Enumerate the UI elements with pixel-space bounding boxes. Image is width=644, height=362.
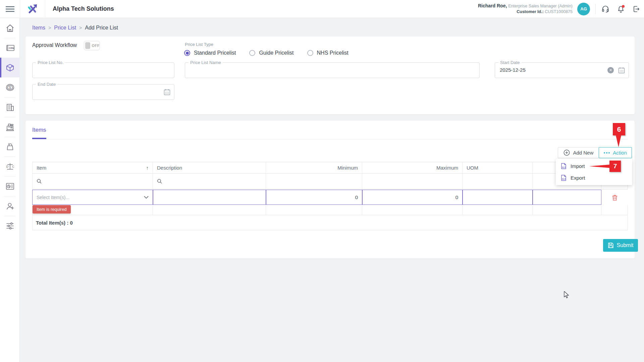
svg-text:D: D [6,165,8,168]
item-required-error: Item is required [33,205,71,214]
tab-items[interactable]: Items [32,127,46,139]
callout-arrow-6 [616,135,621,147]
toggle-state-label: OFF [92,44,100,48]
user-info: Richard Roe, Enterprise Sales Manager (A… [478,3,573,15]
start-date-field[interactable]: Start Date 2025-12-25 ✕ [495,62,629,78]
app-title: Alpha Tech Solutions [53,5,114,12]
item-select-dropdown[interactable]: Select Item(s)... [32,190,153,205]
breadcrumb: Items > Price List > Add Price List [32,25,644,31]
breadcrumb-separator: > [79,25,82,31]
breadcrumb-separator: > [48,25,51,31]
search-icon [37,179,42,184]
sidebar-item-add-user[interactable] [0,196,20,216]
description-filter-input[interactable] [153,174,266,189]
toggle-knob [85,42,90,49]
sidebar-nav: CRM $ DC [0,18,20,362]
sidebar-item-preferences[interactable] [0,216,20,236]
top-header: Alpha Tech Solutions Richard Roe, Enterp… [0,0,644,18]
minimum-cell-input[interactable]: 0 [266,190,362,205]
validation-row: Item is required [32,205,628,215]
header-divider [595,4,596,14]
svg-text:XLS: XLS [562,166,566,168]
radio-guide-pricelist[interactable]: Guide Pricelist [249,50,293,56]
radio-nhs-pricelist[interactable]: NHS Pricelist [307,50,348,56]
column-header-description: Description [153,162,266,173]
plus-circle-icon [564,149,570,156]
items-section-card: Items Add New Action Item ↑ Description … [25,121,635,258]
column-header-maximum: Maximum [362,162,463,173]
breadcrumb-items[interactable]: Items [32,25,45,31]
sidebar-item-compare[interactable]: DC [0,157,20,176]
sidebar-item-purchases[interactable] [0,137,20,157]
notifications-bell-icon[interactable] [613,0,629,18]
trash-icon [612,194,618,201]
approval-workflow-label: Approval Workflow [32,42,77,48]
save-icon [608,242,614,248]
user-name: Richard Roe, [478,3,507,8]
main-content: Items > Price List > Add Price List Appr… [20,18,644,362]
extra-cell-input[interactable] [533,190,601,205]
column-header-minimum: Minimum [266,162,362,173]
breadcrumb-current: Add Price List [85,25,118,31]
app-logo[interactable] [20,0,45,18]
xls-file-icon: XLS [561,175,567,181]
support-headset-icon[interactable] [598,0,613,18]
submit-button[interactable]: Submit [603,239,638,252]
calendar-icon[interactable] [618,67,625,74]
sidebar-item-company[interactable] [0,97,20,117]
price-list-no-field[interactable]: Price List No. [32,62,174,78]
customer-id-value: CUST1000875 [545,9,573,14]
items-table: Item ↑ Description Minimum Maximum UOM [32,162,628,230]
customer-id-label: Customer Id.: [517,9,544,14]
xls-file-icon: XLS [561,163,567,169]
approval-workflow-toggle[interactable]: OFF [84,41,100,50]
action-button[interactable]: Action [599,147,632,158]
price-list-type-radio-group: Standard Pricelist Guide Pricelist NHS P… [184,50,348,56]
callout-arrow-7 [589,165,610,168]
table-row: Select Item(s)... 0 0 [32,189,628,205]
svg-text:$: $ [9,85,11,89]
logout-icon[interactable] [629,0,644,18]
price-list-name-field[interactable]: Price List Name [185,62,480,78]
column-header-uom: UOM [463,162,533,173]
end-date-field[interactable]: End Date [32,84,174,100]
ellipsis-icon [604,152,610,154]
sort-ascending-icon[interactable]: ↑ [146,165,149,171]
uom-cell-input[interactable] [463,190,533,205]
delete-row-button[interactable] [601,189,628,205]
breadcrumb-price-list[interactable]: Price List [54,25,76,31]
sidebar-item-pricing[interactable]: $ [0,77,20,97]
svg-text:C: C [12,165,14,168]
radio-standard-pricelist[interactable]: Standard Pricelist [184,50,236,56]
sidebar-item-crm[interactable]: CRM [0,38,20,58]
price-list-form-card: Approval Workflow OFF Price List Type St… [25,37,635,114]
search-icon [157,179,162,184]
sidebar-item-register[interactable] [0,117,20,137]
radio-icon [307,50,313,56]
tabs-bar: Items [32,127,628,139]
menu-item-export[interactable]: XLS Export [556,172,632,184]
sidebar-item-reports[interactable] [0,176,20,196]
radio-icon [249,50,255,56]
maximum-cell-input[interactable]: 0 [362,190,463,205]
total-items-text: Total Item(s) : 0 [32,215,628,230]
radio-icon [184,50,190,56]
callout-badge-7: 7 [609,161,621,172]
clear-date-icon[interactable]: ✕ [607,67,614,73]
calendar-icon[interactable] [163,88,171,96]
items-toolbar: Add New Action [558,147,632,158]
table-header-row: Item ↑ Description Minimum Maximum UOM [32,162,628,174]
table-filter-row [32,174,628,189]
sidebar-item-home[interactable] [0,18,20,38]
add-new-button[interactable]: Add New [558,147,599,158]
price-list-type-label: Price List Type [185,42,213,47]
svg-text:CRM: CRM [9,47,14,50]
svg-text:XLS: XLS [562,178,566,180]
hamburger-menu-icon[interactable] [0,0,20,18]
column-header-item[interactable]: Item ↑ [32,162,153,173]
sidebar-item-inventory[interactable] [0,58,20,77]
user-role: Enterprise Sales Manager (Admin) [508,4,573,8]
item-filter-input[interactable] [32,174,153,189]
avatar[interactable]: AG [577,3,590,15]
description-cell-input[interactable] [153,190,266,205]
